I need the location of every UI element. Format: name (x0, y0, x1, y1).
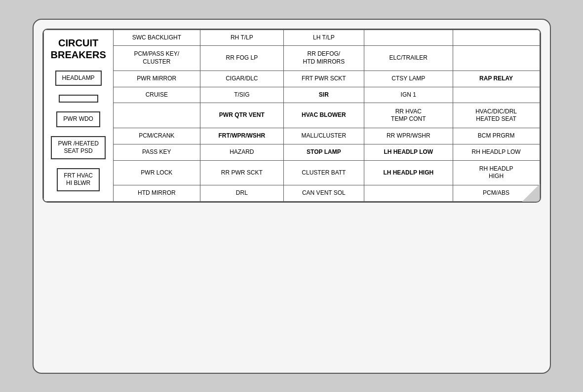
cell-r2-c1: CIGAR/DLC (200, 71, 283, 87)
cell-r5-c3: RR WPR/WSHR (364, 128, 453, 144)
left-box-item-1 (59, 95, 98, 103)
cell-r6-c3: LH HEADLP LOW (364, 144, 453, 160)
cell-r4-c1: PWR QTR VENT (200, 103, 283, 128)
cell-r8-c0: HTD MIRROR (113, 185, 200, 202)
cell-r7-c2: CLUSTER BATT (283, 160, 364, 185)
cell-r5-c0: PCM/CRANK (113, 128, 200, 144)
cell-r4-c2: HVAC BLOWER (283, 103, 364, 128)
cell-r2-c2: FRT PWR SCKT (283, 71, 364, 87)
circuit-breakers-title: CIRCUIT BREAKERS (51, 37, 106, 61)
cell-r1-c1: RR FOG LP (200, 46, 283, 71)
cell-r2-c4: RAP RELAY (453, 71, 540, 87)
cell-r1-c2: RR DEFOG/ HTD MIRRORS (283, 46, 364, 71)
cell-r6-c0: PASS KEY (113, 144, 200, 160)
cell-r7-c1: RR PWR SCKT (200, 160, 283, 185)
cell-r7-c4: RH HEADLP HIGH (453, 160, 540, 185)
cell-r5-c4: BCM PRGRM (453, 128, 540, 144)
cell-r3-c1: T/SIG (200, 87, 283, 103)
cell-r3-c2: SIR (283, 87, 364, 103)
cell-r4-c4: HVAC/DIC/DRL HEATED SEAT (453, 103, 540, 128)
inner-card: CIRCUIT BREAKERSHEADLAMPPWR WDOPWR /HEAT… (42, 29, 541, 203)
cell-r0-c2: LH T/LP (283, 30, 364, 46)
cell-r0-c3 (364, 30, 453, 46)
cell-r3-c4 (453, 87, 540, 103)
cell-r6-c2: STOP LAMP (283, 144, 364, 160)
cell-r1-c0: PCM/PASS KEY/ CLUSTER (113, 46, 200, 71)
cell-r5-c2: MALL/CLUSTER (283, 128, 364, 144)
inner-card-wrap: CIRCUIT BREAKERSHEADLAMPPWR WDOPWR /HEAT… (42, 29, 541, 203)
cell-r3-c0: CRUISE (113, 87, 200, 103)
main-table: CIRCUIT BREAKERSHEADLAMPPWR WDOPWR /HEAT… (43, 30, 540, 202)
cell-r4-c3: RR HVAC TEMP CONT (364, 103, 453, 128)
cell-r4-c0 (113, 103, 200, 128)
left-box-item-3: PWR /HEATED SEAT PSD (51, 136, 105, 159)
cell-r6-c4: RH HEADLP LOW (453, 144, 540, 160)
cell-r6-c1: HAZARD (200, 144, 283, 160)
cell-r8-c2: CAN VENT SOL (283, 185, 364, 202)
left-box-item-4: FRT HVAC HI BLWR (57, 168, 100, 191)
left-column: CIRCUIT BREAKERSHEADLAMPPWR WDOPWR /HEAT… (43, 30, 113, 202)
cell-r7-c3: LH HEADLP HIGH (364, 160, 453, 185)
cell-r2-c3: CTSY LAMP (364, 71, 453, 87)
cell-r8-c3 (364, 185, 453, 202)
cell-r1-c3: ELC/TRAILER (364, 46, 453, 71)
cell-r7-c0: PWR LOCK (113, 160, 200, 185)
cell-r5-c1: FRT/WPR/WSHR (200, 128, 283, 144)
cell-r0-c0: SWC BACKLIGHT (113, 30, 200, 46)
left-box-item-2: PWR WDO (56, 111, 100, 127)
left-box-item-0: HEADLAMP (55, 71, 102, 86)
cell-r1-c4 (453, 46, 540, 71)
cell-r2-c0: PWR MIRROR (113, 71, 200, 87)
cell-r0-c1: RH T/LP (200, 30, 283, 46)
cell-r0-c4 (453, 30, 540, 46)
outer-card: CIRCUIT BREAKERSHEADLAMPPWR WDOPWR /HEAT… (33, 19, 551, 374)
cell-r8-c1: DRL (200, 185, 283, 202)
cell-r3-c3: IGN 1 (364, 87, 453, 103)
